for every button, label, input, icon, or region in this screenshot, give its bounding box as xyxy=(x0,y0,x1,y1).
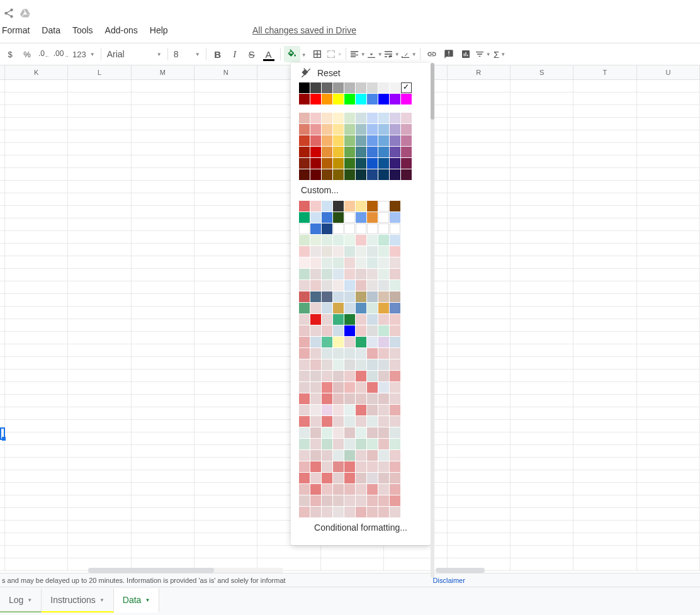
color-swatch[interactable] xyxy=(310,94,321,104)
color-swatch[interactable] xyxy=(390,158,400,169)
color-swatch[interactable] xyxy=(390,280,400,291)
color-swatch[interactable] xyxy=(310,158,321,169)
color-swatch[interactable] xyxy=(367,450,378,461)
color-swatch[interactable] xyxy=(367,158,378,169)
color-swatch[interactable] xyxy=(401,94,412,104)
color-swatch[interactable] xyxy=(356,427,366,438)
menu-format[interactable]: Format xyxy=(2,25,30,35)
color-swatch[interactable] xyxy=(322,484,332,495)
color-swatch[interactable] xyxy=(356,212,366,223)
color-swatch[interactable] xyxy=(333,507,344,517)
color-swatch[interactable] xyxy=(356,405,366,415)
color-swatch[interactable] xyxy=(378,291,389,302)
color-swatch[interactable] xyxy=(367,169,378,180)
color-swatch[interactable] xyxy=(310,235,321,245)
color-swatch[interactable] xyxy=(310,314,321,325)
color-swatch[interactable] xyxy=(299,473,310,483)
color-swatch[interactable] xyxy=(333,461,344,472)
color-swatch[interactable] xyxy=(378,124,389,135)
color-swatch[interactable] xyxy=(390,82,400,93)
color-swatch[interactable] xyxy=(333,291,344,302)
color-swatch[interactable] xyxy=(378,280,389,291)
color-swatch[interactable] xyxy=(299,269,310,279)
color-swatch[interactable] xyxy=(310,269,321,279)
col-header[interactable]: R xyxy=(448,65,511,79)
color-swatch[interactable] xyxy=(367,473,378,483)
color-swatch[interactable] xyxy=(322,348,332,359)
color-swatch[interactable] xyxy=(322,223,332,234)
color-swatch[interactable] xyxy=(367,201,378,212)
color-swatch[interactable] xyxy=(378,382,389,393)
color-swatch[interactable] xyxy=(333,223,344,234)
color-swatch[interactable] xyxy=(322,158,332,169)
color-swatch[interactable] xyxy=(333,82,344,93)
more-formats-button[interactable]: 123▼ xyxy=(70,50,98,59)
color-swatch[interactable] xyxy=(344,280,355,291)
color-swatch[interactable] xyxy=(310,201,321,212)
font-select[interactable]: Arial▼ xyxy=(104,49,164,59)
col-header[interactable]: U xyxy=(637,65,700,79)
color-swatch[interactable] xyxy=(367,314,378,325)
color-swatch[interactable] xyxy=(356,235,366,245)
color-swatch[interactable] xyxy=(390,212,400,223)
color-swatch[interactable] xyxy=(356,158,366,169)
color-swatch[interactable] xyxy=(310,223,321,234)
color-swatch[interactable] xyxy=(299,314,310,325)
color-swatch[interactable] xyxy=(356,94,366,104)
col-header[interactable]: K xyxy=(5,65,68,79)
color-swatch[interactable] xyxy=(356,359,366,370)
color-swatch[interactable] xyxy=(378,325,389,336)
color-swatch[interactable] xyxy=(356,484,366,495)
color-swatch[interactable] xyxy=(390,405,400,415)
color-swatch[interactable] xyxy=(367,269,378,279)
color-swatch[interactable] xyxy=(367,212,378,223)
color-swatch[interactable] xyxy=(367,147,378,157)
fill-color-button[interactable]: ▼ xyxy=(284,46,300,62)
color-swatch[interactable] xyxy=(322,235,332,245)
color-swatch[interactable] xyxy=(390,473,400,483)
color-swatch[interactable] xyxy=(367,235,378,245)
color-swatch[interactable] xyxy=(390,382,400,393)
menu-data[interactable]: Data xyxy=(42,25,60,35)
color-swatch[interactable] xyxy=(299,82,310,93)
color-swatch[interactable] xyxy=(299,147,310,157)
color-swatch[interactable] xyxy=(344,235,355,245)
color-swatch[interactable] xyxy=(367,337,378,347)
color-swatch[interactable] xyxy=(390,201,400,212)
color-swatch[interactable] xyxy=(378,461,389,472)
color-swatch[interactable] xyxy=(310,439,321,449)
selected-cell[interactable] xyxy=(0,427,5,440)
color-swatch[interactable] xyxy=(310,359,321,370)
share-icon[interactable] xyxy=(3,8,14,21)
color-swatch[interactable] xyxy=(344,212,355,223)
color-swatch[interactable] xyxy=(344,507,355,517)
col-header[interactable]: M xyxy=(132,65,195,79)
color-swatch[interactable] xyxy=(367,348,378,359)
color-swatch[interactable] xyxy=(322,450,332,461)
color-swatch[interactable] xyxy=(356,113,366,123)
color-swatch[interactable] xyxy=(378,257,389,268)
color-swatch[interactable] xyxy=(322,371,332,381)
color-swatch[interactable] xyxy=(356,147,366,157)
color-swatch[interactable] xyxy=(299,212,310,223)
color-swatch[interactable] xyxy=(390,371,400,381)
comment-button[interactable] xyxy=(441,46,457,62)
color-swatch[interactable] xyxy=(356,269,366,279)
color-swatch[interactable] xyxy=(367,280,378,291)
color-swatch[interactable] xyxy=(378,135,389,146)
color-swatch[interactable] xyxy=(390,147,400,157)
italic-button[interactable]: I xyxy=(227,46,243,62)
color-swatch[interactable] xyxy=(310,325,321,336)
color-swatch[interactable] xyxy=(378,450,389,461)
color-swatch[interactable] xyxy=(322,212,332,223)
color-swatch[interactable] xyxy=(322,461,332,472)
color-swatch[interactable] xyxy=(344,269,355,279)
color-swatch[interactable] xyxy=(378,495,389,506)
color-swatch[interactable] xyxy=(310,124,321,135)
bold-button[interactable]: B xyxy=(210,46,226,62)
color-swatch[interactable] xyxy=(310,291,321,302)
color-swatch[interactable] xyxy=(390,246,400,257)
color-swatch[interactable] xyxy=(322,337,332,347)
color-swatch[interactable] xyxy=(322,314,332,325)
color-swatch[interactable] xyxy=(310,450,321,461)
